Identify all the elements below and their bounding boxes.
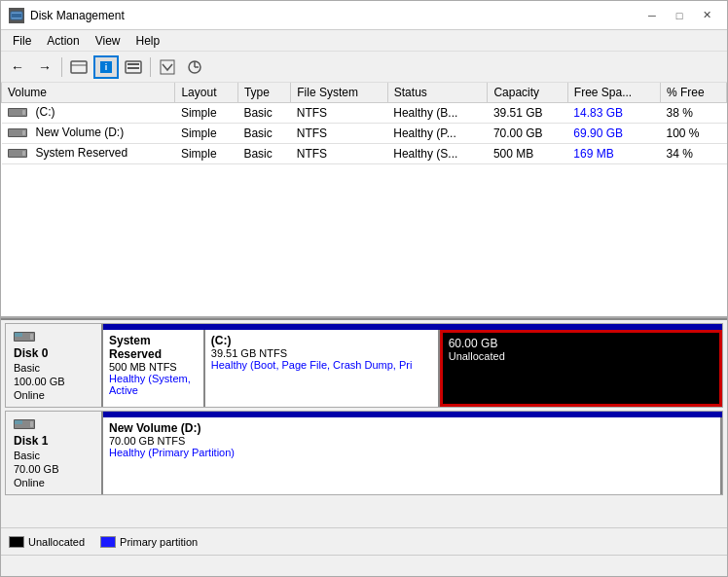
partition[interactable]: (C:) 39.51 GB NTFS Healthy (Boot, Page F… (205, 330, 440, 407)
cell-volume: New Volume (D:) (2, 124, 175, 144)
svg-rect-25 (15, 333, 22, 337)
table-section[interactable]: Volume Layout Type File System Status Ca… (1, 83, 727, 318)
main-content: Volume Layout Type File System Status Ca… (1, 83, 727, 555)
toolbar-btn-5[interactable] (121, 55, 146, 79)
disk-size: 100.00 GB (14, 376, 93, 387)
partition-label: Unallocated (449, 350, 713, 362)
legend-primary: Primary partition (100, 536, 198, 548)
partition[interactable]: 60.00 GB Unallocated (440, 330, 722, 407)
toolbar-forward-button[interactable]: → (32, 55, 57, 79)
toolbar-btn-3[interactable] (66, 55, 91, 79)
app-icon (9, 8, 24, 23)
partition-size: 500 MB NTFS (109, 361, 198, 373)
disk-label: Disk 1 Basic 70.00 GB Online (6, 412, 103, 494)
legend-unallocated: Unallocated (9, 536, 85, 548)
col-type[interactable]: Type (237, 83, 290, 103)
disk-status: Online (14, 389, 93, 401)
svg-rect-18 (22, 130, 25, 135)
cell-status: Healthy (P... (387, 124, 488, 144)
disk-name: Disk 0 (14, 346, 93, 360)
legend-bar: Unallocated Primary partition (1, 527, 727, 555)
toolbar-btn-6[interactable] (155, 55, 180, 79)
table-row[interactable]: System Reserved Simple Basic NTFS Health… (2, 144, 727, 164)
partition-name: (C:) (211, 334, 432, 347)
col-capacity[interactable]: Capacity (488, 83, 567, 103)
cell-capacity: 39.51 GB (488, 103, 567, 124)
disk-size: 70.00 GB (14, 463, 93, 475)
svg-rect-15 (22, 110, 25, 115)
partition-status: Healthy (Boot, Page File, Crash Dump, Pr… (211, 359, 432, 371)
disk-partitions: System Reserved 500 MB NTFS Healthy (Sys… (103, 324, 722, 407)
col-pctfree[interactable]: % Free (660, 83, 726, 103)
svg-rect-8 (127, 67, 139, 69)
svg-rect-9 (161, 60, 174, 74)
disk-type: Basic (14, 450, 93, 461)
cell-status: Healthy (B... (387, 103, 488, 124)
partition-status: Healthy (Primary Partition) (109, 447, 714, 458)
partition-size: 60.00 GB (449, 337, 713, 350)
minimize-button[interactable]: ─ (639, 6, 665, 25)
col-status[interactable]: Status (387, 83, 488, 103)
toolbar: ← → i (1, 52, 727, 83)
cell-type: Basic (237, 103, 290, 124)
cell-layout: Simple (175, 103, 237, 124)
toolbar-separator-1 (61, 57, 62, 77)
cell-pctfree: 100 % (660, 124, 726, 144)
toolbar-btn-4[interactable]: i (93, 55, 119, 79)
partition-name: System Reserved (109, 334, 198, 361)
svg-rect-29 (15, 420, 22, 424)
disk-management-window: Disk Management ─ □ ✕ File Action View H… (0, 0, 728, 577)
legend-unalloc-box (9, 536, 24, 548)
svg-rect-24 (30, 334, 33, 340)
window-controls: ─ □ ✕ (639, 6, 719, 25)
partition[interactable]: System Reserved 500 MB NTFS Healthy (Sys… (103, 330, 205, 407)
col-layout[interactable]: Layout (175, 83, 237, 103)
partition-name: New Volume (D:) (109, 421, 714, 435)
cell-volume: (C:) (2, 103, 175, 124)
svg-text:i: i (105, 62, 108, 72)
vol-icon: System Reserved (8, 146, 128, 160)
disk-icon (14, 330, 37, 343)
menu-view[interactable]: View (88, 32, 128, 50)
menu-action[interactable]: Action (39, 32, 87, 50)
disk-section-wrapper: Disk 0 Basic 100.00 GB Online System Res… (1, 318, 727, 527)
cell-filesystem: NTFS (291, 144, 388, 164)
svg-rect-1 (12, 14, 21, 18)
close-button[interactable]: ✕ (694, 6, 719, 25)
toolbar-back-button[interactable]: ← (5, 55, 30, 79)
menu-file[interactable]: File (5, 32, 39, 50)
disk-row: Disk 0 Basic 100.00 GB Online System Res… (5, 323, 723, 408)
col-freespace[interactable]: Free Spa... (567, 83, 660, 103)
partitions-row: System Reserved 500 MB NTFS Healthy (Sys… (103, 330, 722, 407)
col-filesystem[interactable]: File System (291, 83, 388, 103)
partition[interactable]: New Volume (D:) 70.00 GB NTFS Healthy (P… (103, 417, 722, 494)
menu-help[interactable]: Help (128, 32, 168, 50)
toolbar-btn-7[interactable] (182, 55, 207, 79)
cell-type: Basic (237, 144, 290, 164)
vol-icon: (C:) (8, 105, 55, 119)
cell-pctfree: 34 % (660, 144, 726, 164)
cell-status: Healthy (S... (387, 144, 488, 164)
cell-filesystem: NTFS (291, 124, 388, 144)
partitions-row: New Volume (D:) 70.00 GB NTFS Healthy (P… (103, 417, 722, 494)
cell-capacity: 500 MB (488, 144, 567, 164)
title-bar: Disk Management ─ □ ✕ (1, 1, 727, 30)
disk-status: Online (14, 477, 93, 488)
disk-scroll-content[interactable]: Disk 0 Basic 100.00 GB Online System Res… (1, 320, 727, 527)
cell-freespace: 169 MB (567, 144, 660, 164)
cell-volume: System Reserved (2, 144, 175, 164)
cell-capacity: 70.00 GB (488, 124, 567, 144)
table-row[interactable]: New Volume (D:) Simple Basic NTFS Health… (2, 124, 727, 144)
cell-type: Basic (237, 124, 290, 144)
svg-rect-2 (71, 61, 87, 73)
svg-rect-7 (127, 63, 139, 65)
cell-layout: Simple (175, 144, 237, 164)
col-volume[interactable]: Volume (2, 83, 175, 103)
title-bar-left: Disk Management (9, 8, 125, 23)
disk-row: Disk 1 Basic 70.00 GB Online New Volume … (5, 411, 723, 495)
table-row[interactable]: (C:) Simple Basic NTFS Healthy (B... 39.… (2, 103, 727, 124)
legend-primary-box (100, 536, 116, 548)
svg-rect-28 (30, 421, 33, 427)
maximize-button[interactable]: □ (667, 6, 692, 25)
partition-size: 39.51 GB NTFS (211, 347, 432, 359)
